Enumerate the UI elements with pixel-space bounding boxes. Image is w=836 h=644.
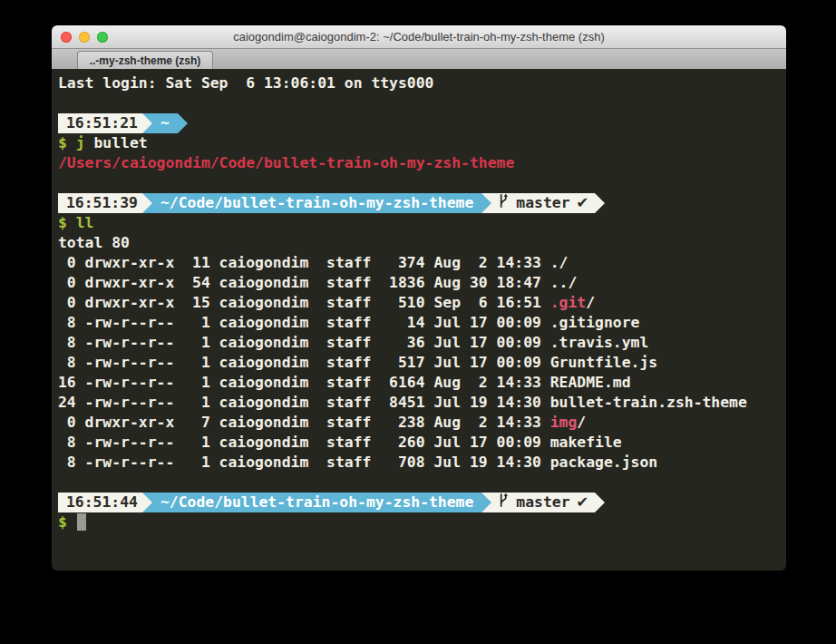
terminal-text: Last login: Sat Sep 6 13:06:01 on ttys00…: [58, 74, 433, 92]
terminal-text: 8 -rw-r--r-- 1 caiogondim staff 260 Jul …: [58, 434, 622, 451]
terminal-line: Last login: Sat Sep 6 13:06:01 on ttys00…: [58, 73, 780, 93]
terminal-line: 16 -rw-r--r-- 1 caiogondim staff 6164 Au…: [58, 373, 780, 393]
terminal-text: /: [586, 294, 595, 311]
close-button[interactable]: [61, 32, 72, 43]
prompt-time-segment: 16:51:44: [58, 493, 142, 512]
git-status-clean-icon: ✔: [577, 193, 589, 213]
prompt-time-segment: 16:51:21: [58, 113, 142, 133]
terminal-line: 8 -rw-r--r-- 1 caiogondim staff 708 Jul …: [58, 453, 780, 473]
terminal-cursor: [77, 513, 86, 531]
terminal-line: 8 -rw-r--r-- 1 caiogondim staff 260 Jul …: [58, 433, 780, 453]
tab-label: ..-my-zsh-theme (zsh): [90, 54, 201, 67]
terminal-text: 8 -rw-r--r-- 1 caiogondim staff 708 Jul …: [58, 454, 657, 471]
powerline-arrow: [142, 193, 152, 213]
terminal-text: 0 drwxr-xr-x 7 caiogondim staff 238 Aug …: [58, 414, 550, 431]
terminal-text: 16 -rw-r--r-- 1 caiogondim staff 6164 Au…: [58, 374, 631, 391]
minimize-button[interactable]: [79, 32, 90, 43]
terminal-text: $: [58, 513, 76, 531]
terminal-line: 8 -rw-r--r-- 1 caiogondim staff 517 Jul …: [58, 353, 780, 373]
terminal-line: $: [58, 512, 780, 532]
terminal-text: $ j: [58, 134, 85, 151]
terminal-text: 0 drwxr-xr-x 11 caiogondim staff 374 Aug…: [58, 254, 568, 271]
powerline-arrow: [595, 493, 605, 512]
terminal-line: total 80: [58, 233, 780, 253]
prompt-git-segment: master✔: [491, 193, 595, 213]
terminal-screen[interactable]: Last login: Sat Sep 6 13:06:01 on ttys00…: [52, 69, 786, 571]
terminal-line: 0 drwxr-xr-x 15 caiogondim staff 510 Sep…: [58, 293, 780, 313]
terminal-line: [58, 473, 780, 493]
prompt-git-segment: master✔: [491, 493, 595, 512]
git-branch-icon: [498, 493, 510, 513]
terminal-line: [58, 173, 780, 193]
terminal-text: /Users/caiogondim/Code/bullet-train-oh-m…: [58, 154, 514, 171]
terminal-text: 0 drwxr-xr-x 54 caiogondim staff 1836 Au…: [58, 274, 577, 291]
prompt-line: 16:51:21~: [58, 113, 780, 133]
git-branch-icon: [498, 193, 510, 214]
git-branch-name: master: [516, 193, 569, 213]
powerline-arrow: [178, 113, 188, 133]
terminal-line: [58, 93, 780, 113]
powerline-arrow: [142, 113, 152, 133]
terminal-text: 0 drwxr-xr-x 15 caiogondim staff 510 Sep…: [58, 294, 550, 311]
terminal-text: 24 -rw-r--r-- 1 caiogondim staff 8451 Ju…: [58, 394, 747, 411]
terminal-line: 0 drwxr-xr-x 11 caiogondim staff 374 Aug…: [58, 253, 780, 273]
git-status-clean-icon: ✔: [577, 493, 589, 512]
terminal-line: 8 -rw-r--r-- 1 caiogondim staff 36 Jul 1…: [58, 333, 780, 353]
powerline-arrow: [142, 493, 152, 512]
prompt-path-segment: ~: [152, 113, 178, 133]
terminal-line: /Users/caiogondim/Code/bullet-train-oh-m…: [58, 153, 780, 173]
terminal-line: $ j bullet: [58, 133, 780, 153]
terminal-line: 0 drwxr-xr-x 54 caiogondim staff 1836 Au…: [58, 273, 780, 293]
traffic-lights: [61, 25, 108, 48]
zoom-button[interactable]: [97, 32, 108, 43]
terminal-window: caiogondim@caiogondim-2: ~/Code/bullet-t…: [52, 25, 786, 571]
powerline-arrow: [481, 193, 491, 213]
terminal-line: 24 -rw-r--r-- 1 caiogondim staff 8451 Ju…: [58, 393, 780, 413]
terminal-text: /: [577, 414, 586, 431]
terminal-line: $ ll: [58, 213, 780, 233]
terminal-text: .git: [550, 294, 586, 311]
prompt-time-segment: 16:51:39: [58, 193, 142, 213]
git-branch-name: master: [516, 493, 569, 512]
powerline-arrow: [595, 193, 605, 213]
prompt-path-segment: ~/Code/bullet-train-oh-my-zsh-theme: [152, 493, 481, 512]
terminal-text: bullet: [85, 134, 148, 151]
terminal-text: img: [550, 414, 578, 431]
prompt-path-segment: ~/Code/bullet-train-oh-my-zsh-theme: [152, 193, 481, 213]
prompt-line: 16:51:44~/Code/bullet-train-oh-my-zsh-th…: [58, 493, 780, 512]
terminal-line: 8 -rw-r--r-- 1 caiogondim staff 14 Jul 1…: [58, 313, 780, 333]
tab-bar: ..-my-zsh-theme (zsh): [52, 49, 786, 69]
terminal-tab[interactable]: ..-my-zsh-theme (zsh): [77, 51, 213, 69]
terminal-line: 0 drwxr-xr-x 7 caiogondim staff 238 Aug …: [58, 413, 780, 433]
terminal-text: 8 -rw-r--r-- 1 caiogondim staff 36 Jul 1…: [58, 334, 648, 351]
terminal-text: $ ll: [58, 214, 93, 231]
prompt-line: 16:51:39~/Code/bullet-train-oh-my-zsh-th…: [58, 193, 780, 213]
powerline-arrow: [481, 493, 491, 512]
window-title: caiogondim@caiogondim-2: ~/Code/bullet-t…: [233, 30, 605, 44]
terminal-text: 8 -rw-r--r-- 1 caiogondim staff 14 Jul 1…: [58, 314, 639, 331]
title-bar[interactable]: caiogondim@caiogondim-2: ~/Code/bullet-t…: [52, 25, 786, 49]
terminal-text: total 80: [58, 234, 130, 251]
terminal-text: 8 -rw-r--r-- 1 caiogondim staff 517 Jul …: [58, 354, 657, 371]
